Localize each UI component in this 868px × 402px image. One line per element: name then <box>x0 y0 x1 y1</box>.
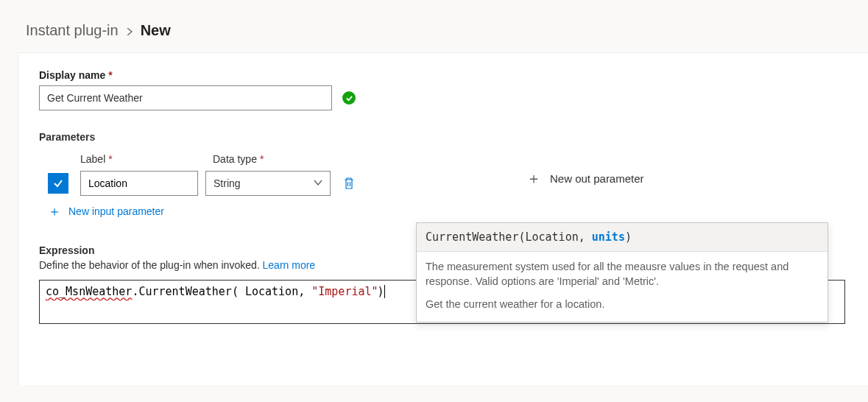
parameters-heading: Parameters <box>39 131 847 143</box>
required-asterisk: * <box>108 69 112 81</box>
token-function: .CurrentWeather <box>132 285 231 298</box>
plus-icon: ＋ <box>48 205 61 218</box>
new-input-param-button[interactable]: ＋ New input parameter <box>48 205 357 218</box>
learn-more-link[interactable]: Learn more <box>263 259 316 271</box>
tooltip-signature: CurrentWeather(Location, units) <box>417 223 828 252</box>
param-type-value: String <box>214 177 241 189</box>
valid-check-icon <box>342 91 356 105</box>
new-out-param-button[interactable]: ＋ New out parameter <box>526 171 644 186</box>
form-card: Display name* Parameters Label* Data typ… <box>18 52 868 385</box>
parameters-header-row: Label* Data type* <box>39 153 357 165</box>
display-name-input[interactable] <box>39 85 332 110</box>
plus-icon: ＋ <box>526 171 541 186</box>
intellisense-tooltip: CurrentWeather(Location, units) The meas… <box>416 222 828 322</box>
breadcrumb-parent[interactable]: Instant plug-in <box>26 22 119 39</box>
cursor: ) <box>378 285 385 298</box>
display-name-label: Display name* <box>39 69 847 81</box>
token-string: "Imperial" <box>311 285 378 298</box>
parameter-row: String <box>39 171 357 196</box>
token-arg: Location <box>245 285 298 298</box>
chevron-right-icon <box>126 22 133 39</box>
param-label-input[interactable] <box>80 171 198 196</box>
column-header-datatype: Data type* <box>213 153 338 165</box>
param-type-select[interactable]: String <box>205 171 331 196</box>
tooltip-fn-help: Get the current weather for a location. <box>426 297 819 311</box>
chevron-down-icon <box>314 177 322 189</box>
column-header-label: Label* <box>80 153 205 165</box>
token-namespace: co_MsnWeather <box>46 285 132 298</box>
tooltip-param-help: The measurement system used for all the … <box>426 259 819 289</box>
param-checkbox[interactable] <box>48 173 68 194</box>
breadcrumb-current: New <box>141 22 171 39</box>
delete-param-button[interactable] <box>341 175 357 191</box>
breadcrumb: Instant plug-in New <box>0 0 868 52</box>
tooltip-current-param: units <box>592 230 625 244</box>
